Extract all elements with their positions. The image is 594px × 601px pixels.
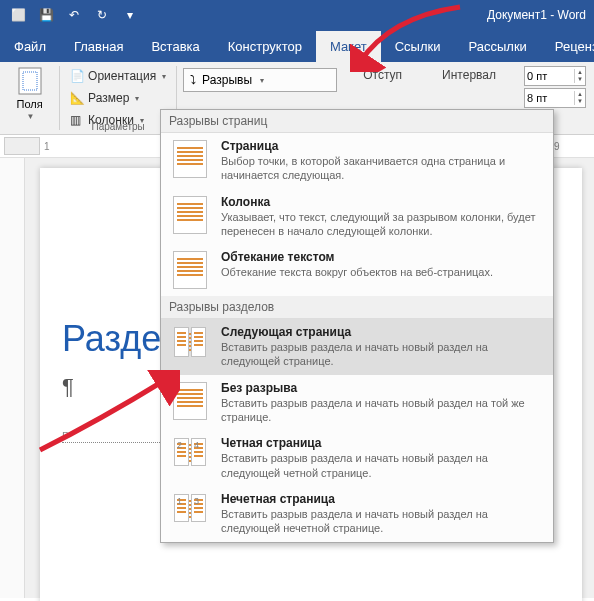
dropdown-section-page-breaks: Разрывы страниц — [161, 110, 553, 133]
spin-down-icon[interactable]: ▼ — [574, 76, 585, 83]
word-icon: ⬜ — [8, 5, 28, 25]
item-title: Нечетная страница — [221, 492, 545, 506]
item-desc: Вставить разрыв раздела и начать новый р… — [221, 451, 545, 480]
ruler-tick: 9 — [554, 141, 594, 152]
page-break-icon — [169, 139, 211, 179]
tab-file[interactable]: Файл — [0, 31, 60, 62]
breaks-icon: ⤵ — [190, 73, 196, 87]
ruler-tick: 1 — [44, 141, 110, 152]
item-title: Четная страница — [221, 436, 545, 450]
continuous-break-icon — [169, 381, 211, 421]
tab-references[interactable]: Ссылки — [381, 31, 455, 62]
textwrap-break-icon — [169, 250, 211, 290]
spacing-after-input[interactable]: ▲▼ — [524, 88, 586, 108]
break-evenpage-item[interactable]: Четная страницаВставить разрыв раздела и… — [161, 430, 553, 486]
tab-review[interactable]: Рецензирован — [541, 31, 594, 62]
break-nextpage-item[interactable]: Следующая страницаВставить разрыв раздел… — [161, 319, 553, 375]
margins-button[interactable]: Поля ▼ — [0, 62, 59, 134]
spacing-label: Интервал — [442, 68, 496, 82]
tab-insert[interactable]: Вставка — [137, 31, 213, 62]
chevron-down-icon: ▾ — [162, 72, 166, 81]
spin-up-icon[interactable]: ▲ — [574, 69, 585, 76]
orientation-icon: 📄 — [70, 69, 84, 83]
column-break-icon — [169, 195, 211, 235]
spacing-before-input[interactable]: ▲▼ — [524, 66, 586, 86]
item-desc: Обтекание текста вокруг объектов на веб-… — [221, 265, 545, 279]
ruler-margin-box — [4, 137, 40, 155]
orientation-button[interactable]: 📄Ориентация▾ — [66, 66, 170, 86]
spacing-after-value[interactable] — [525, 92, 565, 104]
item-title: Обтекание текстом — [221, 250, 545, 264]
tab-mailings[interactable]: Рассылки — [454, 31, 540, 62]
menu-bar: Файл Главная Вставка Конструктор Макет С… — [0, 30, 594, 62]
size-icon: 📐 — [70, 91, 84, 105]
break-textwrap-item[interactable]: Обтекание текстомОбтекание текста вокруг… — [161, 244, 553, 296]
tab-home[interactable]: Главная — [60, 31, 137, 62]
chevron-down-icon: ▾ — [260, 76, 264, 85]
spin-down-icon[interactable]: ▼ — [574, 98, 585, 105]
spin-up-icon[interactable]: ▲ — [574, 91, 585, 98]
item-title: Страница — [221, 139, 545, 153]
item-desc: Вставить разрыв раздела и начать новый р… — [221, 340, 545, 369]
vertical-ruler — [0, 158, 25, 598]
item-title: Колонка — [221, 195, 545, 209]
spacing-before-value[interactable] — [525, 70, 565, 82]
page-setup-group: 📄Ориентация▾ 📐Размер▾ ▥Колонки▾ Параметр… — [60, 62, 176, 134]
oddpage-break-icon — [169, 492, 211, 532]
qa-customize-icon[interactable]: ▾ — [120, 5, 140, 25]
orientation-label: Ориентация — [88, 69, 156, 83]
item-title: Без разрыва — [221, 381, 545, 395]
nextpage-break-icon — [169, 325, 211, 365]
size-label: Размер — [88, 91, 129, 105]
page-setup-label: Параметры — [60, 121, 176, 132]
margins-label: Поля — [16, 98, 42, 110]
redo-icon[interactable]: ↻ — [92, 5, 112, 25]
save-icon[interactable]: 💾 — [36, 5, 56, 25]
item-title: Следующая страница — [221, 325, 545, 339]
breaks-button[interactable]: ⤵ Разрывы ▾ — [183, 68, 337, 92]
item-desc: Вставить разрыв раздела и начать новый р… — [221, 507, 545, 536]
break-page-item[interactable]: СтраницаВыбор точки, в которой заканчива… — [161, 133, 553, 189]
tab-layout[interactable]: Макет — [316, 31, 381, 62]
dropdown-section-section-breaks: Разрывы разделов — [161, 296, 553, 319]
item-desc: Выбор точки, в которой заканчивается одн… — [221, 154, 545, 183]
breaks-dropdown: Разрывы страниц СтраницаВыбор точки, в к… — [160, 109, 554, 543]
tab-design[interactable]: Конструктор — [214, 31, 316, 62]
break-continuous-item[interactable]: Без разрываВставить разрыв раздела и нач… — [161, 375, 553, 431]
chevron-down-icon: ▾ — [135, 94, 139, 103]
size-button[interactable]: 📐Размер▾ — [66, 88, 170, 108]
undo-icon[interactable]: ↶ — [64, 5, 84, 25]
chevron-down-icon: ▼ — [27, 112, 35, 121]
indent-label: Отступ — [363, 68, 402, 82]
item-desc: Указывает, что текст, следующий за разры… — [221, 210, 545, 239]
breaks-label: Разрывы — [202, 73, 252, 87]
break-oddpage-item[interactable]: Нечетная страницаВставить разрыв раздела… — [161, 486, 553, 542]
break-column-item[interactable]: КолонкаУказывает, что текст, следующий з… — [161, 189, 553, 245]
margins-icon — [16, 66, 44, 96]
title-bar: ⬜ 💾 ↶ ↻ ▾ Документ1 - Word — [0, 0, 594, 30]
document-title: Документ1 - Word — [487, 8, 586, 22]
item-desc: Вставить разрыв раздела и начать новый р… — [221, 396, 545, 425]
evenpage-break-icon — [169, 436, 211, 476]
